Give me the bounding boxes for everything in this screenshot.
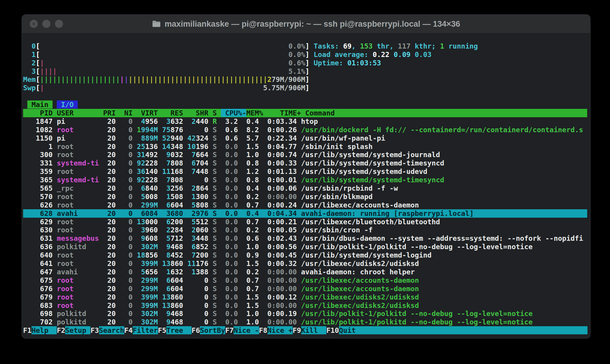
fkey-search[interactable]: F3Search	[90, 326, 124, 334]
cell-cpu: 0.6	[221, 126, 238, 134]
cell-command: avahi-daemon: chroot helper	[301, 268, 583, 276]
fkey-filter[interactable]: F4Filter	[124, 326, 158, 334]
col-cpu-sorted[interactable]: CPU%-	[221, 109, 246, 117]
cell-time: 0:00.12	[263, 293, 297, 301]
process-row-676[interactable]: 676 root 20 0 299M 6604 0 S 0.0 0.7 0:00…	[23, 285, 587, 293]
cell-command: /usr/lib/polkit-1/polkitd --no-debug --l…	[301, 243, 583, 251]
process-row-636[interactable]: 636 polkitd 20 0 302M 9468 6852 S 0.0 1.…	[23, 243, 587, 251]
cell-time: 0:00.00	[263, 276, 297, 284]
cell-state: S	[213, 318, 217, 326]
cell-command: /usr/sbin/rpcbind -f -w	[301, 184, 583, 192]
cell-state: S	[213, 192, 217, 201]
cell-cpu: 0.0	[221, 209, 238, 217]
cell-time: 0:00.24	[263, 201, 297, 209]
cell-user: pi	[57, 117, 99, 125]
cell-mem: 0.7	[242, 218, 259, 226]
process-row-300[interactable]: 300 root 20 0 31492 9032 7664 S 0.0 1.0 …	[23, 151, 587, 159]
process-row-628[interactable]: 628 avahi 20 0 6084 3680 2976 S 0.0 0.4 …	[23, 209, 587, 218]
cell-pid: 1847	[23, 117, 53, 125]
fkey-tree[interactable]: F5Tree	[158, 326, 192, 334]
cell-command: /usr/lib/systemd/systemd-timesyncd	[301, 176, 583, 184]
col-mem[interactable]: MEM%	[246, 109, 267, 117]
col-virt[interactable]: VIRT	[137, 109, 162, 117]
cell-time: 0:01.13	[263, 167, 297, 175]
process-row-570[interactable]: 570 root 20 0 5008 1508 1300 S 0.0 0.2 0…	[23, 192, 587, 201]
cell-state: S	[213, 176, 217, 184]
process-row-1150[interactable]: 1150 pi 20 0 889M 52940 42324 S 0.6 5.7 …	[23, 134, 587, 142]
process-row-698[interactable]: 698 polkitd 20 0 302M 9468 0 S 0.0 1.0 0…	[23, 309, 587, 318]
cell-command: /usr/lib/systemd/systemd-logind	[301, 251, 583, 259]
cell-cpu: 0.0	[221, 318, 238, 326]
process-row-565[interactable]: 565 _rpc 20 0 6840 3256 2864 S 0.0 0.4 0…	[23, 184, 587, 192]
htop-screen: 0[ 0.0%] Tasks: 69, 153 thr, 117 kthr; 1…	[23, 34, 587, 335]
fkey-nice-[interactable]: F7Nice -	[225, 326, 259, 334]
process-row-647[interactable]: 647 avahi 20 0 5656 1632 1388 S 0.0 0.2 …	[23, 268, 587, 276]
tab-main[interactable]: Main	[27, 100, 53, 109]
process-row-683[interactable]: 683 root 20 0 399M 13860 0 S 0.0 1.5 0:0…	[23, 301, 587, 310]
cell-command: /usr/libexec/accounts-daemon	[301, 276, 583, 284]
col-state[interactable]: S	[213, 109, 221, 117]
process-row-1847[interactable]: 1847 pi 20 0 4956 3632 2440 R 3.2 0.4 0:…	[23, 117, 587, 126]
memory-bar-violet: |	[124, 75, 128, 83]
table-header[interactable]: PID USER PRI NI VIRT RES SHR S CPU%-MEM%…	[23, 109, 587, 117]
cell-state: S	[213, 243, 217, 251]
col-pid[interactable]: PID	[23, 109, 57, 117]
process-row-359[interactable]: 359 root 20 0 36140 11168 7448 S 0.0 1.2…	[23, 167, 587, 176]
col-time[interactable]: TIME+	[267, 109, 305, 117]
tab-io[interactable]: I/O	[57, 100, 78, 109]
cpu-2-bar-red: |	[40, 59, 44, 67]
memory-label: Mem	[23, 75, 36, 83]
col-ni[interactable]: NI	[120, 109, 137, 117]
fkey-setup[interactable]: F2Setup	[57, 326, 90, 334]
cell-command: /usr/libexec/accounts-daemon	[301, 285, 583, 293]
process-row-331[interactable]: 331 systemd-ti 20 0 92228 7808 6704 S 0.…	[23, 159, 587, 167]
cell-user: root	[57, 167, 99, 175]
fkey-help[interactable]: F1Help	[23, 326, 57, 334]
cell-pid: 1	[23, 142, 53, 151]
cell-pid: 1150	[23, 134, 53, 142]
cell-state: S	[213, 201, 217, 209]
cell-mem: 0.2	[242, 192, 259, 201]
process-row-631[interactable]: 631 messagebus 20 0 9608 5712 3448 S 0.0…	[23, 234, 587, 243]
cell-user: systemd-ti	[57, 159, 99, 167]
cell-command: /usr/bin/wf-panel-pi	[301, 134, 583, 142]
cell-pid: 628	[23, 209, 53, 217]
col-res[interactable]: RES	[162, 109, 187, 117]
cell-command: /usr/sbin/blkmapd	[301, 192, 583, 201]
cell-state: S	[213, 276, 217, 284]
process-row-679[interactable]: 679 root 20 0 399M 13860 0 S 0.0 1.5 0:0…	[23, 293, 587, 301]
col-user[interactable]: USER	[57, 109, 103, 117]
process-row-365[interactable]: 365 systemd-ti 20 0 92228 7808 0 S 0.0 0…	[23, 176, 587, 184]
process-row-629[interactable]: 629 root 20 0 13000 6200 5512 S 0.0 0.7 …	[23, 218, 587, 226]
col-pri[interactable]: PRI	[103, 109, 120, 117]
cell-state: S	[213, 251, 217, 259]
cell-user: root	[57, 201, 99, 209]
fkey-sortby[interactable]: F6SortBy	[192, 326, 225, 334]
cell-mem: 1.0	[242, 318, 259, 326]
process-row-630[interactable]: 630 root 20 0 3960 2284 2060 S 0.0 0.2 0…	[23, 226, 587, 234]
cell-command: /usr/lib/polkit-1/polkitd --no-debug --l…	[301, 309, 583, 318]
fkey-nice-[interactable]: F8Nice +	[259, 326, 293, 334]
col-command[interactable]: Command	[305, 109, 562, 117]
process-row-675[interactable]: 675 root 20 0 299M 6604 0 S 0.0 0.7 0:00…	[23, 276, 587, 285]
col-shr[interactable]: SHR	[187, 109, 213, 117]
cell-time: 0:00.06	[263, 184, 297, 192]
process-row-640[interactable]: 640 root 20 0 18856 8452 7200 S 0.0 0.9 …	[23, 251, 587, 259]
process-row-702[interactable]: 702 polkitd 20 0 302M 9468 0 S 0.0 1.0 0…	[23, 318, 587, 326]
cpu-1-label: 1	[23, 50, 36, 58]
cell-user: messagebus	[57, 234, 99, 242]
fkey-quit[interactable]: F10Quit	[326, 326, 587, 334]
terminal-window: maximiliankaske — pi@raspberrypi: ~ — ss…	[22, 14, 590, 339]
cell-time: 0:00.00	[263, 318, 297, 326]
process-row-641[interactable]: 641 root 20 0 399M 13860 11176 S 0.0 1.5…	[23, 259, 587, 268]
process-row-1[interactable]: 1 root 20 0 25136 14348 10196 S 0.0 1.5 …	[23, 142, 587, 151]
process-row-626[interactable]: 626 root 20 0 299M 6604 5808 S 0.0 0.7 0…	[23, 201, 587, 209]
cell-mem: 1.0	[242, 243, 259, 251]
process-row-1082[interactable]: 1082 root 20 0 1994M 75876 0 S 0.6 8.2 0…	[23, 126, 587, 134]
fkey-kill[interactable]: F9Kill	[293, 326, 326, 334]
cell-mem: 0.7	[242, 201, 259, 209]
close-button[interactable]	[30, 20, 38, 28]
minimize-button[interactable]	[42, 20, 50, 28]
cell-time: 0:00.21	[263, 218, 297, 226]
zoom-button[interactable]	[55, 20, 63, 28]
